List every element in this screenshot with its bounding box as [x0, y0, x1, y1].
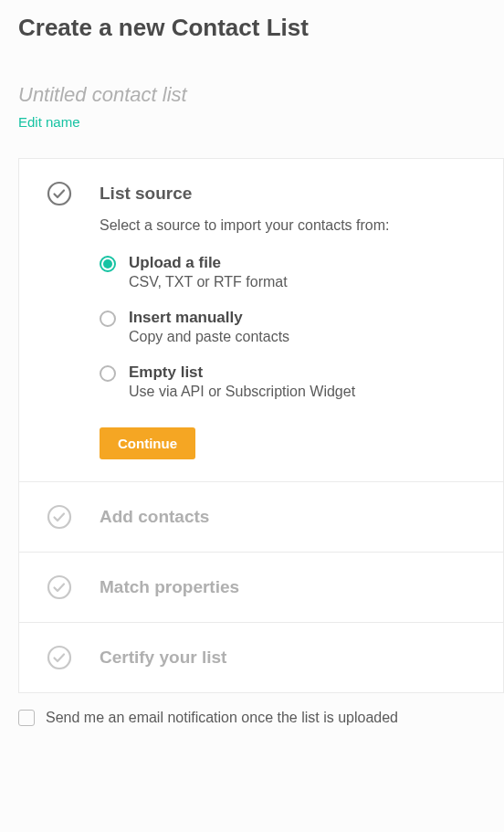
source-radio-group: Upload a file CSV, TXT or RTF format Ins… — [100, 254, 476, 400]
radio-empty-list[interactable]: Empty list Use via API or Subscription W… — [100, 363, 476, 400]
step-desc-source: Select a source to import your contacts … — [100, 217, 476, 234]
step-title-source: List source — [100, 181, 476, 206]
radio-sub: Copy and paste contacts — [129, 329, 289, 345]
svg-point-3 — [48, 647, 70, 669]
check-circle-icon — [47, 181, 72, 206]
svg-point-2 — [48, 576, 70, 598]
radio-icon — [100, 311, 116, 327]
check-circle-icon — [47, 574, 72, 600]
email-notify-label: Send me an email notification once the l… — [46, 710, 398, 726]
contact-list-name: Untitled contact list — [18, 83, 504, 107]
radio-icon — [100, 256, 116, 272]
step-add-contacts: Add contacts — [19, 482, 503, 553]
continue-button[interactable]: Continue — [100, 427, 195, 459]
step-title-certify: Certify your list — [100, 645, 476, 670]
email-notify-checkbox[interactable] — [18, 710, 35, 726]
radio-upload-file[interactable]: Upload a file CSV, TXT or RTF format — [100, 254, 476, 290]
step-title-match-properties: Match properties — [100, 574, 476, 600]
radio-sub: CSV, TXT or RTF format — [129, 274, 288, 290]
radio-title: Empty list — [129, 363, 355, 382]
check-circle-icon — [47, 645, 72, 670]
step-certify-list: Certify your list — [19, 623, 503, 692]
edit-name-link[interactable]: Edit name — [18, 114, 80, 130]
step-list-source: List source Select a source to import yo… — [19, 159, 503, 482]
check-circle-icon — [47, 504, 72, 530]
step-title-add-contacts: Add contacts — [100, 504, 476, 530]
radio-title: Upload a file — [129, 254, 288, 272]
svg-point-1 — [48, 506, 70, 528]
page-title: Create a new Contact List — [18, 14, 504, 42]
svg-point-0 — [48, 183, 70, 205]
steps-panel: List source Select a source to import yo… — [18, 158, 504, 693]
radio-sub: Use via API or Subscription Widget — [129, 384, 355, 400]
radio-title: Insert manually — [129, 309, 289, 327]
step-match-properties: Match properties — [19, 553, 503, 623]
radio-icon — [100, 365, 116, 382]
radio-insert-manually[interactable]: Insert manually Copy and paste contacts — [100, 309, 476, 345]
email-notify-row: Send me an email notification once the l… — [18, 710, 504, 726]
